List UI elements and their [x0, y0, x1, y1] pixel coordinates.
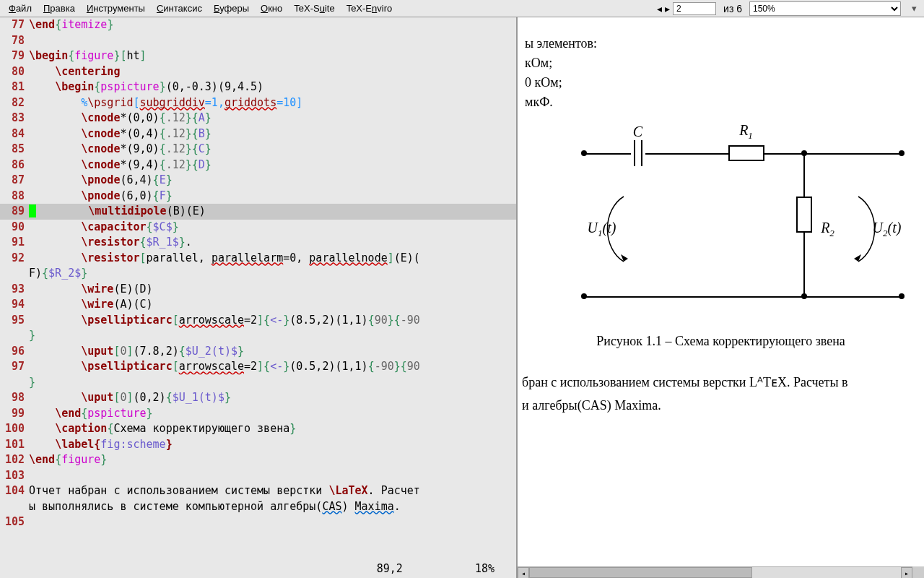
- code-content[interactable]: \caption{Схема корректирующего звена}: [29, 421, 516, 437]
- code-content[interactable]: Отчет набран с использованием системы ве…: [29, 483, 516, 499]
- code-content[interactable]: \cnode*(9,4){.12}{D}: [29, 158, 516, 173]
- menu-item[interactable]: Синтаксис: [151, 1, 208, 15]
- code-content[interactable]: \wire(A)(C): [29, 297, 516, 313]
- code-content[interactable]: \uput[0](0,2){$U_1(t)$}: [29, 390, 516, 406]
- code-line[interactable]: 84 \cnode*(0,4){.12}{B}: [0, 126, 516, 142]
- code-content[interactable]: \centering: [29, 64, 516, 80]
- menu-item[interactable]: Инструменты: [81, 1, 151, 15]
- code-content[interactable]: \multidipole(B)(E): [29, 204, 516, 220]
- line-number: 84: [0, 126, 29, 142]
- code-content[interactable]: \end{pspicture}: [29, 406, 516, 422]
- scroll-right-icon[interactable]: ▸: [901, 567, 912, 578]
- menu-item[interactable]: TeX-Enviro: [341, 1, 398, 15]
- editor-pane[interactable]: 77\end{itemize}7879\begin{figure}[ht]80 …: [0, 17, 516, 578]
- code-line[interactable]: 92 \resistor[parallel, parallelarm=0, pa…: [0, 251, 516, 267]
- code-content[interactable]: ы выполнялись в системе компьютерной алг…: [29, 499, 516, 515]
- code-content[interactable]: [29, 468, 516, 484]
- menu-item[interactable]: Файл: [3, 1, 38, 15]
- code-line[interactable]: }: [0, 328, 516, 344]
- code-content[interactable]: \cnode*(0,0){.12}{A}: [29, 111, 516, 126]
- page-prev-icon[interactable]: ◂: [657, 3, 662, 14]
- code-content[interactable]: %\psgrid[subgriddiv=1,griddots=10]: [29, 95, 516, 111]
- line-number: 89: [0, 204, 29, 220]
- code-content[interactable]: \resistor{$R_1$}.: [29, 235, 516, 251]
- code-line[interactable]: 97 \psellipticarc[arrowscale=2]{<-}(0.5,…: [0, 359, 516, 375]
- code-line[interactable]: ы выполнялись в системе компьютерной алг…: [0, 499, 516, 515]
- code-content[interactable]: \wire(E)(D): [29, 282, 516, 298]
- menu-item[interactable]: Окно: [255, 1, 288, 15]
- code-line[interactable]: 100 \caption{Схема корректирующего звена…: [0, 421, 516, 437]
- scroll-left-icon[interactable]: ◂: [518, 567, 529, 578]
- code-content[interactable]: \psellipticarc[arrowscale=2]{<-}(0.5,2)(…: [29, 359, 516, 375]
- page-count: из 6: [719, 3, 746, 14]
- page-input[interactable]: [673, 2, 716, 15]
- code-line[interactable]: 88 \pnode(6,0){F}: [0, 189, 516, 204]
- code-line[interactable]: 83 \cnode*(0,0){.12}{A}: [0, 111, 516, 126]
- code-line[interactable]: 80 \centering: [0, 64, 516, 80]
- code-line[interactable]: 86 \cnode*(9,4){.12}{D}: [0, 158, 516, 173]
- editor-lines[interactable]: 77\end{itemize}7879\begin{figure}[ht]80 …: [0, 17, 516, 560]
- code-content[interactable]: \cnode*(9,0){.12}{C}: [29, 142, 516, 158]
- code-line[interactable]: 87 \pnode(6,4){E}: [0, 173, 516, 189]
- code-line[interactable]: 101 \label{fig:scheme}: [0, 437, 516, 453]
- code-line[interactable]: 98 \uput[0](0,2){$U_1(t)$}: [0, 390, 516, 406]
- pdf-preview-pane[interactable]: ы элементов: кОм;0 кОм;мкФ.: [516, 17, 924, 578]
- code-content[interactable]: \cnode*(0,4){.12}{B}: [29, 126, 516, 142]
- code-content[interactable]: \resistor[parallel, parallelarm=0, paral…: [29, 251, 516, 267]
- menu-overflow-icon[interactable]: ▾: [907, 3, 921, 14]
- line-number: 104: [0, 483, 29, 499]
- code-line[interactable]: 96 \uput[0](7.8,2){$U_2(t)$}: [0, 344, 516, 360]
- code-content[interactable]: \capacitor{$C$}: [29, 220, 516, 236]
- code-content[interactable]: \begin{pspicture}(0,-0.3)(9,4.5): [29, 79, 516, 95]
- code-line[interactable]: 81 \begin{pspicture}(0,-0.3)(9,4.5): [0, 79, 516, 95]
- code-content[interactable]: }: [29, 328, 516, 344]
- line-number: 105: [0, 514, 29, 530]
- code-content[interactable]: \begin{figure}[ht]: [29, 48, 516, 64]
- code-line[interactable]: 79\begin{figure}[ht]: [0, 48, 516, 64]
- code-line[interactable]: 95 \psellipticarc[arrowscale=2]{<-}(8.5,…: [0, 313, 516, 329]
- code-content[interactable]: \label{fig:scheme}: [29, 437, 516, 453]
- menu-item[interactable]: TeX-Suite: [288, 1, 340, 15]
- code-line[interactable]: 90 \capacitor{$C$}: [0, 220, 516, 236]
- page-next-icon[interactable]: ▸: [665, 3, 670, 14]
- code-content[interactable]: \end{itemize}: [29, 17, 516, 33]
- code-line[interactable]: 104Отчет набран с использованием системы…: [0, 483, 516, 499]
- code-line[interactable]: F){$R_2$}: [0, 266, 516, 282]
- line-number: [0, 375, 29, 391]
- line-number: 95: [0, 313, 29, 329]
- code-line[interactable]: 77\end{itemize}: [0, 17, 516, 33]
- code-content[interactable]: \end{figure}: [29, 452, 516, 468]
- code-line[interactable]: 91 \resistor{$R_1$}.: [0, 235, 516, 251]
- code-content[interactable]: F){$R_2$}: [29, 266, 516, 282]
- code-line[interactable]: 102\end{figure}: [0, 452, 516, 468]
- code-content[interactable]: [29, 33, 516, 49]
- pdf-top-text: ы элементов: кОм;0 кОм;мкФ.: [518, 36, 924, 110]
- code-line[interactable]: 89 \multidipole(B)(E): [0, 204, 516, 220]
- code-content[interactable]: \uput[0](7.8,2){$U_2(t)$}: [29, 344, 516, 360]
- code-line[interactable]: 105: [0, 514, 516, 530]
- line-number: 78: [0, 33, 29, 49]
- menubar: ФайлПравкаИнструментыСинтаксисБуферыОкно…: [0, 0, 924, 17]
- menu-item[interactable]: Правка: [38, 1, 81, 15]
- code-content[interactable]: [29, 514, 516, 530]
- code-content[interactable]: \psellipticarc[arrowscale=2]{<-}(8.5,2)(…: [29, 313, 516, 329]
- pdf-page: ы элементов: кОм;0 кОм;мкФ.: [518, 32, 924, 417]
- zoom-select[interactable]: 150%: [749, 1, 901, 16]
- code-content[interactable]: \pnode(6,4){E}: [29, 173, 516, 189]
- scroll-thumb[interactable]: [529, 567, 752, 578]
- menu-item[interactable]: Буферы: [208, 1, 255, 15]
- code-line[interactable]: 93 \wire(E)(D): [0, 282, 516, 298]
- h-scrollbar[interactable]: ◂ ▸: [518, 566, 912, 578]
- code-content[interactable]: }: [29, 375, 516, 391]
- scroll-track[interactable]: [529, 567, 901, 578]
- line-number: 103: [0, 468, 29, 484]
- code-line[interactable]: }: [0, 375, 516, 391]
- code-line[interactable]: 82 %\psgrid[subgriddiv=1,griddots=10]: [0, 95, 516, 111]
- code-line[interactable]: 85 \cnode*(9,0){.12}{C}: [0, 142, 516, 158]
- code-line[interactable]: 94 \wire(A)(C): [0, 297, 516, 313]
- code-content[interactable]: \pnode(6,0){F}: [29, 189, 516, 204]
- scroll-percent: 18%: [475, 561, 509, 577]
- code-line[interactable]: 103: [0, 468, 516, 484]
- code-line[interactable]: 78: [0, 33, 516, 49]
- code-line[interactable]: 99 \end{pspicture}: [0, 406, 516, 422]
